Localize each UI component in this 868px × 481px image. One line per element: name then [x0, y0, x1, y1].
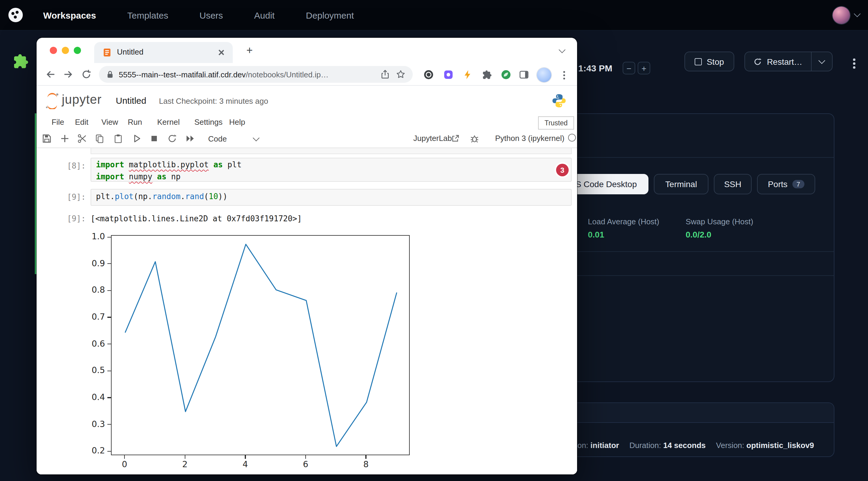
- zoom-in-button[interactable]: +: [638, 62, 650, 74]
- chevron-down-icon: [818, 57, 826, 64]
- notebook-content: [8]: import matplotlib.pyplot as plt imp…: [37, 148, 577, 474]
- extension-lightning-icon[interactable]: [463, 70, 473, 80]
- reason-value: initiator: [591, 441, 619, 450]
- plot-line-svg: [112, 236, 410, 455]
- nav-item-templates[interactable]: Templates: [127, 10, 168, 20]
- debugger-bug-icon[interactable]: [470, 134, 479, 143]
- nav-item-audit[interactable]: Audit: [254, 10, 274, 20]
- interrupt-kernel-icon[interactable]: [149, 134, 159, 143]
- user-avatar[interactable]: [833, 6, 850, 24]
- swap-usage-label: Swap Usage (Host): [686, 217, 753, 226]
- menu-edit[interactable]: Edit: [75, 118, 89, 127]
- puzzle-extension-icon[interactable]: [12, 53, 29, 70]
- address-bar[interactable]: 5555--main--test--matifali.atif.cdr.dev/…: [99, 66, 413, 83]
- jupyter-menu-bar: File Edit View Run Kernel Settings Help …: [37, 116, 577, 130]
- bookmark-star-icon[interactable]: [396, 70, 405, 79]
- tab-search-chevron-icon[interactable]: [559, 46, 566, 53]
- save-icon[interactable]: [42, 134, 52, 143]
- cut-cell-icon[interactable]: [78, 134, 87, 143]
- traffic-light-minimize[interactable]: [62, 47, 69, 54]
- extensions-puzzle-icon[interactable]: [482, 70, 492, 80]
- notification-count-badge[interactable]: 3: [556, 164, 569, 176]
- open-in-jupyterlab-link[interactable]: JupyterLab: [413, 134, 452, 143]
- workspace-more-menu[interactable]: [847, 56, 861, 71]
- menu-kernel[interactable]: Kernel: [157, 118, 180, 127]
- side-panel-icon[interactable]: [519, 70, 529, 80]
- new-tab-button[interactable]: +: [244, 44, 255, 56]
- external-link-icon[interactable]: [451, 134, 460, 143]
- back-button[interactable]: [45, 69, 56, 80]
- restart-icon: [754, 57, 762, 66]
- browser-profile-avatar[interactable]: [537, 68, 551, 82]
- stop-workspace-button[interactable]: Stop: [684, 52, 734, 71]
- browser-more-menu[interactable]: [560, 68, 568, 82]
- nav-item-deployment[interactable]: Deployment: [306, 10, 354, 20]
- ports-button[interactable]: Ports 7: [757, 174, 815, 194]
- tab-title: Untitled: [117, 47, 143, 56]
- code-token: 10: [209, 192, 218, 201]
- menu-run[interactable]: Run: [128, 118, 142, 127]
- brand-logo-icon[interactable]: [8, 8, 23, 22]
- extension-icon-2[interactable]: [443, 70, 454, 80]
- y-tick-mark: [107, 317, 111, 318]
- restart-workspace-button[interactable]: Restart…: [744, 52, 811, 71]
- share-icon[interactable]: [380, 70, 390, 79]
- y-tick-mark: [107, 236, 111, 237]
- add-cell-icon[interactable]: [60, 134, 70, 143]
- extension-icon-1[interactable]: [424, 70, 434, 80]
- menu-help[interactable]: Help: [229, 118, 245, 127]
- notebook-title[interactable]: Untitled: [116, 95, 146, 105]
- menu-settings[interactable]: Settings: [194, 118, 222, 127]
- code-token: numpy: [129, 172, 152, 181]
- tab-close-icon[interactable]: [218, 49, 224, 56]
- restart-run-all-icon[interactable]: [185, 134, 195, 143]
- x-tick-mark: [184, 455, 185, 459]
- code-cell-9[interactable]: plt.plot(np.random.rand(10)): [91, 189, 572, 206]
- build-panel-header: [551, 403, 834, 423]
- stop-icon: [695, 58, 702, 65]
- traffic-light-close[interactable]: [50, 47, 57, 54]
- code-token: [152, 172, 157, 181]
- code-token: plot: [115, 192, 134, 201]
- x-tick-label: 8: [358, 459, 374, 469]
- user-menu[interactable]: [833, 6, 860, 24]
- chevron-down-icon: [854, 10, 861, 18]
- menu-view[interactable]: View: [101, 118, 118, 127]
- code-token: import: [96, 160, 124, 169]
- x-tick-mark: [124, 455, 125, 459]
- menu-file[interactable]: File: [52, 118, 64, 127]
- plot-axes: [111, 235, 410, 455]
- extension-icon-5[interactable]: [501, 70, 511, 80]
- zoom-out-button[interactable]: −: [623, 62, 635, 74]
- checkpoint-status: Last Checkpoint: 3 minutes ago: [159, 97, 268, 105]
- trusted-button[interactable]: Trusted: [538, 116, 574, 130]
- code-token: import: [96, 172, 124, 181]
- restart-options-button[interactable]: [811, 52, 833, 71]
- primary-nav: Workspaces Templates Users Audit Deploym…: [43, 10, 354, 20]
- kebab-icon: [563, 74, 565, 76]
- load-average-label: Load Average (Host): [588, 217, 659, 226]
- nav-item-workspaces[interactable]: Workspaces: [43, 10, 96, 20]
- ssh-button[interactable]: SSH: [714, 174, 752, 194]
- cell-type-select[interactable]: Code: [208, 132, 258, 145]
- run-cell-icon[interactable]: [132, 134, 142, 143]
- code-cell-8[interactable]: import matplotlib.pyplot as plt import n…: [91, 158, 572, 182]
- terminal-button[interactable]: Terminal: [654, 174, 708, 194]
- y-tick-label: 0.9: [85, 258, 105, 268]
- jupyter-notebook-page: jupyter Untitled Last Checkpoint: 3 minu…: [37, 86, 577, 474]
- browser-tab[interactable]: Untitled: [94, 42, 233, 63]
- traffic-light-maximize[interactable]: [74, 47, 81, 54]
- kernel-name[interactable]: Python 3 (ipykernel): [483, 134, 564, 143]
- forward-button[interactable]: [63, 69, 74, 80]
- reload-button[interactable]: [81, 69, 92, 80]
- y-tick-label: 0.8: [85, 285, 105, 295]
- y-tick-label: 0.2: [85, 446, 105, 455]
- chevron-down-icon: [253, 134, 260, 141]
- nav-item-users[interactable]: Users: [199, 10, 223, 20]
- paste-cell-icon[interactable]: [113, 134, 123, 143]
- divider: [551, 251, 834, 252]
- code-token: matplotlib.pyplot: [129, 160, 209, 169]
- copy-cell-icon[interactable]: [95, 134, 104, 143]
- restart-kernel-icon[interactable]: [167, 134, 177, 143]
- jupyter-header: jupyter Untitled Last Checkpoint: 3 minu…: [37, 86, 577, 116]
